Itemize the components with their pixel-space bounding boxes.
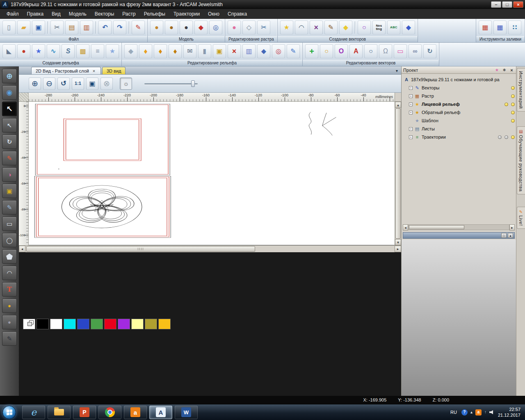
palette-swatch[interactable]	[37, 319, 49, 329]
flood-dots-icon[interactable]: ∷	[508, 21, 521, 34]
scroll-right-icon[interactable]: ▸	[395, 246, 401, 252]
bell-icon[interactable]: Ω	[379, 44, 392, 58]
transform-tool[interactable]: ↻	[2, 135, 17, 149]
tray-hidden-icon[interactable]: ▴	[470, 410, 472, 414]
purple-ring-icon[interactable]: ○	[358, 21, 371, 34]
palette-swatch[interactable]	[50, 319, 62, 329]
hammer-icon[interactable]: ◆	[194, 21, 208, 34]
layers-icon[interactable]: ≡	[91, 44, 104, 58]
palette-swatch[interactable]	[131, 319, 144, 329]
pen-compass-icon[interactable]: ✎	[324, 21, 338, 34]
menu-item[interactable]: Растр	[118, 10, 139, 18]
pin-icon[interactable]: ∗	[502, 67, 507, 73]
project-scroll-thumb[interactable]	[409, 225, 464, 229]
diamond-relief-icon[interactable]: ◆	[124, 44, 137, 58]
teddy-side-icon[interactable]: ●	[165, 21, 178, 34]
select-tool[interactable]: ↖	[2, 102, 17, 116]
s-curve-icon[interactable]: S	[62, 44, 75, 58]
expander-icon[interactable]: +	[409, 111, 413, 114]
tray-a-icon[interactable]: a	[475, 409, 482, 415]
gold-ring-icon[interactable]: ○	[320, 44, 333, 58]
tree-item[interactable]: +▤Листы	[403, 125, 515, 133]
internet-explorer-button[interactable]: e	[22, 406, 45, 419]
cut-icon[interactable]: ✂	[50, 21, 64, 34]
paste-icon[interactable]: ▥	[80, 21, 93, 34]
diamond-outline-icon[interactable]: ◇	[242, 21, 256, 34]
yellow-diamond-icon[interactable]: ◆	[339, 21, 352, 34]
envelope-icon[interactable]: ✉	[183, 44, 196, 58]
maximize-button[interactable]: □	[502, 1, 512, 8]
lightbulb-icon[interactable]	[511, 86, 515, 90]
menu-item[interactable]: Справка	[224, 10, 251, 18]
redo-icon[interactable]: ↷	[113, 21, 126, 34]
weave-icon[interactable]: ▩	[76, 44, 89, 58]
scroll-left-icon[interactable]: ◂	[403, 224, 408, 231]
explorer-folder-button[interactable]	[48, 406, 71, 419]
new-file-icon[interactable]: ▯	[2, 21, 16, 34]
lightbulb-icon[interactable]	[504, 135, 508, 139]
polygon-tool[interactable]	[2, 249, 17, 264]
pink-shapes-icon[interactable]: ●	[228, 21, 241, 34]
close-button[interactable]: ×	[513, 1, 523, 8]
node-edit-tool[interactable]: ↖	[2, 118, 17, 132]
flood-red-icon[interactable]: ▦	[479, 21, 492, 34]
measure-tool[interactable]: ✎	[2, 151, 17, 165]
scroll-up-icon[interactable]: ▴	[395, 102, 401, 108]
snapshot-button[interactable]: ☼	[120, 78, 132, 90]
expander-icon[interactable]: +	[409, 86, 413, 90]
lightbulb-icon[interactable]	[504, 103, 508, 106]
smudge-tool[interactable]: ●	[2, 315, 17, 329]
palette-swatch[interactable]	[91, 319, 103, 329]
open-folder-icon[interactable]: ▰	[17, 21, 30, 34]
menu-item[interactable]: Правка	[23, 10, 48, 18]
vertical-scroll-thumb[interactable]	[395, 108, 401, 239]
lightbulb-icon[interactable]	[511, 111, 515, 114]
airbrush-tool[interactable]: ✎	[2, 331, 17, 346]
frame-icon[interactable]: ▥	[242, 44, 256, 58]
palette-swatch[interactable]	[77, 319, 89, 329]
pink-frame-icon[interactable]: ▭	[394, 44, 407, 58]
droplet-tool[interactable]: ●	[2, 299, 17, 313]
palette-swatch[interactable]	[145, 319, 157, 329]
circle-tool-icon[interactable]: ○	[364, 44, 377, 58]
swoosh-icon[interactable]: ∿	[47, 44, 60, 58]
delete-vector-icon[interactable]: ×	[310, 21, 323, 34]
panel-close-icon[interactable]: ×	[509, 67, 514, 73]
tray-up-icon[interactable]: ↑	[484, 410, 486, 414]
gold-urn-icon[interactable]: ♦	[169, 44, 182, 58]
tree-item[interactable]: +▦Растр	[403, 92, 515, 100]
palette-swatch[interactable]	[158, 319, 171, 329]
green-plus-icon[interactable]: +	[305, 44, 318, 58]
horizontal-scroll-thumb[interactable]	[26, 246, 255, 252]
chrome-button[interactable]	[98, 406, 121, 419]
paint-tool[interactable]: ▣	[2, 184, 17, 198]
tree-item[interactable]: +✎Векторы	[403, 84, 515, 92]
tree-item[interactable]: +★Обратный рельеф	[403, 108, 515, 116]
menu-item[interactable]: Окно	[204, 10, 224, 18]
language-indicator[interactable]: RU	[449, 409, 458, 415]
blue-diamond2-icon[interactable]: ◆	[257, 44, 270, 58]
raster-scissors-icon[interactable]: ✂	[257, 21, 270, 34]
red-x-icon[interactable]: ×	[228, 44, 241, 58]
current-color-swatch[interactable]	[23, 319, 35, 329]
scroll-left-icon[interactable]: ◂	[19, 246, 25, 252]
ellipse-tool[interactable]: ◯	[2, 233, 17, 247]
title-bar[interactable]: A 187х99крыш 29.11 с ножками и готовой р…	[0, 0, 525, 9]
purple-o-icon[interactable]: O	[335, 44, 348, 58]
segment-tool[interactable]: ◑	[2, 167, 17, 182]
project-tree-scrollbar[interactable]: ◂ ▸	[403, 224, 515, 230]
tree-item[interactable]: +★Шаблон	[403, 116, 515, 125]
zoom-previous-button[interactable]: ↺	[57, 78, 70, 90]
zoom-out-button[interactable]: ⊖	[43, 78, 55, 90]
horizontal-scroll-track[interactable]	[25, 246, 395, 252]
blue-diamond-icon[interactable]: ◆	[402, 21, 415, 34]
copy-icon[interactable]: ▤	[65, 21, 78, 34]
tree-item[interactable]: +≡Траектории	[403, 133, 515, 141]
zoom-selection-button[interactable]: ⊗	[100, 78, 113, 90]
arc-tool[interactable]: ◠	[2, 266, 17, 280]
sync-icon[interactable]: ↻	[423, 44, 436, 58]
menu-item[interactable]: Векторы	[91, 10, 118, 18]
save-icon[interactable]: ▣	[32, 21, 45, 34]
up-icon[interactable]: ▴	[508, 233, 513, 238]
tree-item[interactable]: +★Лицевой рельеф	[403, 100, 515, 108]
